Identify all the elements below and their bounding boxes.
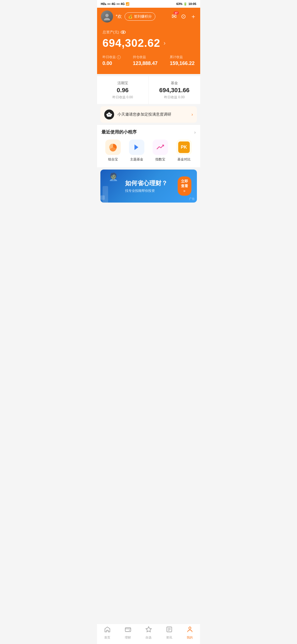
notification-text: 小天邀请您参加定投满意度调研 (117, 112, 188, 117)
status-left: HD₂ ▪▪▪ 4G ▪▪▪ 4G 📶 (101, 2, 130, 6)
robot-icon (104, 110, 114, 119)
mini-icon-2 (153, 140, 168, 155)
avatar[interactable] (101, 10, 113, 23)
mini-label-0: 组合宝 (108, 157, 118, 162)
asset-total-label: 总资产(元) (103, 30, 119, 35)
avatar-image (101, 10, 113, 23)
ad-cta-line1: 立即 (181, 179, 188, 184)
product-name-0: 活期宝 (117, 81, 128, 86)
products-section: 活期宝 0.96 昨日收益 0.00 基金 694,301.66 昨日收益 0.… (97, 76, 200, 104)
network-indicator: HD₂ (101, 2, 106, 6)
mini-programs-section: 最近使用的小程序 › 组合宝 主题基金 (97, 125, 200, 167)
mini-programs-header: 最近使用的小程序 › (101, 129, 196, 135)
svg-rect-2 (107, 113, 111, 117)
mini-programs-title: 最近使用的小程序 (101, 129, 137, 135)
yesterday-label: 昨日收益 i (103, 55, 121, 59)
add-icon-wrapper[interactable]: ＋ (190, 12, 196, 21)
product-fund[interactable]: 基金 694,301.66 昨日收益 0.00 (149, 76, 200, 104)
battery-percent: 63% (176, 2, 182, 6)
ad-tag: 广告 (189, 197, 195, 201)
signal-4g: ▪▪▪ 4G (107, 2, 115, 6)
checkin-button[interactable]: 💰 签到赚积分 (125, 12, 155, 21)
yesterday-value: 0.00 (103, 61, 121, 66)
mini-program-1[interactable]: 主题基金 (129, 140, 144, 162)
mini-label-1: 主题基金 (130, 157, 143, 162)
checkin-icon: 💰 (128, 15, 133, 19)
asset-label-row: 总资产(元) (103, 30, 195, 35)
cumulative-value: 159,166.22 (170, 61, 194, 66)
wifi-icon: 📶 (126, 2, 130, 6)
yesterday-yield-stat: 昨日收益 i 0.00 (103, 55, 121, 66)
checkin-label: 签到赚积分 (134, 14, 152, 19)
info-icon: i (117, 55, 121, 59)
svg-rect-4 (109, 114, 110, 115)
eye-icon[interactable] (121, 31, 126, 34)
svg-point-6 (109, 112, 109, 113)
clock: 10:05 (188, 2, 196, 6)
media-icon: ⊙ (181, 13, 186, 20)
plus-icon: ＋ (190, 13, 196, 20)
mini-program-2[interactable]: 指数宝 (153, 140, 168, 162)
product-huoqibao[interactable]: 活期宝 0.96 昨日收益 0.00 (97, 76, 149, 104)
battery-icon: 🔋 (183, 2, 187, 6)
mini-icon-0 (105, 140, 121, 155)
mini-icon-3: PK (176, 140, 192, 155)
asset-total-row[interactable]: 694,302.62 › (103, 37, 195, 49)
header-right: ✉ 47 ⊙ ＋ (172, 12, 196, 21)
ad-cta-line2: 查看 (181, 184, 188, 189)
header: *欢 💰 签到赚积分 ✉ 47 ⊙ ＋ (97, 8, 200, 25)
mini-program-3[interactable]: PK 基金对比 (176, 140, 192, 162)
user-name: *欢 (116, 14, 122, 20)
svg-marker-10 (134, 144, 138, 150)
product-yield-0: 昨日收益 0.00 (112, 95, 133, 100)
mini-icon-1 (129, 140, 144, 155)
product-yield-1: 昨日收益 0.00 (164, 95, 185, 100)
status-bar: HD₂ ▪▪▪ 4G ▪▪▪ 4G 📶 63% 🔋 10:05 (97, 0, 200, 8)
holding-label: 持仓收益 (133, 55, 158, 59)
mini-programs-arrow[interactable]: › (194, 130, 196, 135)
product-value-1: 694,301.66 (159, 87, 189, 94)
asset-stats: 昨日收益 i 0.00 持仓收益 123,888.47 累计收益 159,166… (103, 55, 195, 66)
mini-label-2: 指数宝 (155, 157, 165, 162)
mini-program-0[interactable]: 组合宝 (105, 140, 121, 162)
holding-value: 123,888.47 (133, 61, 158, 66)
asset-section: 总资产(元) 694,302.62 › 昨日收益 i 0.00 持仓收益 123… (97, 25, 200, 74)
ad-cta-button[interactable]: 立即 查看 » (178, 176, 191, 196)
mini-label-3: 基金对比 (177, 157, 191, 162)
ad-subtitle: 找专业投顾帮你投资 (125, 189, 178, 193)
signal-4g-2: ▪▪▪ 4G (117, 2, 125, 6)
asset-total-value: 694,302.62 (103, 37, 160, 49)
product-name-1: 基金 (171, 81, 178, 86)
tv-icon-wrapper[interactable]: ⊙ (181, 13, 186, 20)
svg-point-0 (105, 14, 109, 17)
svg-rect-8 (111, 114, 112, 115)
mail-badge: 47 (174, 11, 178, 15)
product-value-0: 0.96 (117, 87, 129, 94)
svg-rect-3 (108, 114, 109, 115)
ad-text-area: 如何省心理财？ 找专业投顾帮你投资 (125, 179, 178, 193)
holding-yield-stat: 持仓收益 123,888.47 (133, 55, 158, 66)
ad-banner[interactable]: 🧑‍💼 如何省心理财？ 找专业投顾帮你投资 立即 查看 » 广告 (100, 170, 197, 203)
mini-programs-grid: 组合宝 主题基金 指数宝 PK 基金对比 (101, 140, 196, 162)
asset-detail-arrow[interactable]: › (164, 40, 166, 47)
svg-point-1 (104, 18, 110, 20)
svg-rect-7 (106, 114, 107, 115)
ad-content: 🧑‍💼 如何省心理财？ 找专业投顾帮你投资 立即 查看 » (100, 170, 197, 203)
cumulative-yield-stat: 累计收益 159,166.22 (170, 55, 194, 66)
cumulative-label: 累计收益 (170, 55, 194, 59)
notification-arrow[interactable]: › (191, 112, 193, 117)
mail-icon-wrapper[interactable]: ✉ 47 (172, 13, 177, 20)
notification-section[interactable]: 小天邀请您参加定投满意度调研 › (100, 106, 197, 123)
ad-title: 如何省心理财？ (125, 179, 178, 187)
status-right: 63% 🔋 10:05 (176, 2, 196, 6)
